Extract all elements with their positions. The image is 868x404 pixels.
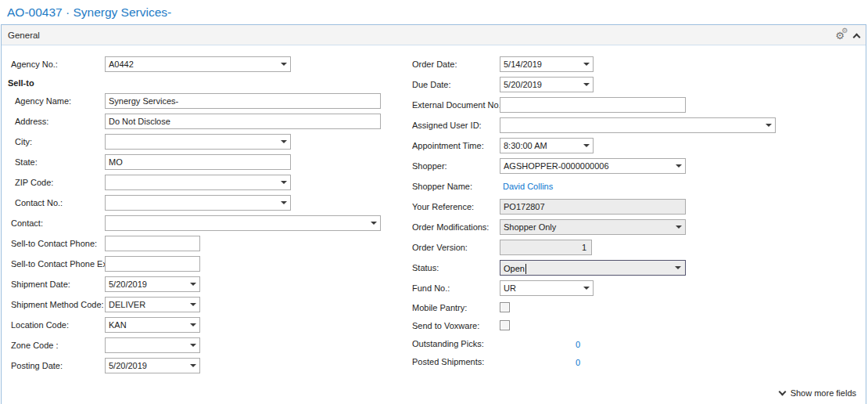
show-more-fields-label: Show more fields (791, 388, 856, 398)
contact-row: Contact: (2, 213, 408, 233)
zip-code-combobox (105, 175, 291, 190)
dropdown-arrow-icon[interactable] (766, 124, 772, 130)
appointment-time-input[interactable] (500, 138, 594, 153)
state-field (105, 154, 291, 170)
dropdown-arrow-icon[interactable] (583, 83, 590, 89)
external-document-no-input[interactable] (500, 97, 686, 113)
status-combobox[interactable]: Open (500, 260, 686, 276)
order-modifications-combobox (500, 219, 686, 235)
shipment-method-code-input[interactable] (105, 297, 200, 312)
sell-to-contact-phone-ext-input[interactable] (105, 256, 200, 272)
zip-code-input[interactable] (105, 175, 291, 190)
dropdown-arrow-icon[interactable] (676, 225, 682, 232)
shopper-name-link[interactable]: David Collins (500, 182, 553, 191)
dropdown-arrow-icon[interactable] (371, 222, 377, 228)
dropdown-arrow-icon[interactable] (281, 201, 287, 207)
appointment-time-combobox (500, 138, 594, 153)
address-row: Address: (2, 111, 408, 132)
customize-gears-icon[interactable]: ⚙⚙ (835, 31, 845, 41)
address-input[interactable] (105, 114, 381, 129)
your-reference-input (500, 199, 686, 215)
agency-name-input[interactable] (105, 93, 381, 109)
outstanding-picks-value-link[interactable]: 0 (576, 340, 580, 349)
zip-code-row: ZIP Code: (2, 172, 408, 193)
agency-name-label: Agency Name: (2, 96, 105, 106)
order-modifications-input[interactable] (500, 219, 686, 235)
right-column: Order Date: Due Date: External Document … (412, 54, 863, 370)
shopper-input[interactable] (500, 158, 686, 174)
appointment-time-label: Appointment Time: (412, 141, 500, 150)
appointment-time-row: Appointment Time: (412, 135, 863, 156)
zone-code-label: Zone Code : (2, 341, 105, 350)
order-modifications-label: Order Modifications: (412, 222, 500, 232)
your-reference-label: Your Reference: (412, 202, 500, 211)
dropdown-arrow-icon[interactable] (583, 287, 590, 293)
sell-to-contact-phone-ext-label: Sell-to Contact Phone Ext.: (2, 259, 105, 269)
due-date-combobox (500, 77, 594, 92)
shipment-method-code-label: Shipment Method Code: (2, 300, 105, 309)
state-input[interactable] (105, 154, 291, 170)
city-input[interactable] (105, 134, 291, 150)
status-row: Status: Open (412, 258, 863, 278)
dropdown-arrow-icon[interactable] (190, 283, 196, 289)
due-date-input[interactable] (500, 77, 594, 92)
order-version-field: 1 (500, 240, 592, 255)
shipment-method-code-row: Shipment Method Code: (2, 294, 408, 315)
zone-code-row: Zone Code : (2, 335, 408, 355)
assigned-user-id-input[interactable] (500, 117, 776, 133)
contact-input[interactable] (105, 215, 381, 231)
shipment-date-label: Shipment Date: (2, 280, 105, 289)
posting-date-row: Posting Date: (2, 355, 408, 376)
send-to-voxware-row: Send to Voxware: (412, 316, 863, 334)
dropdown-arrow-icon[interactable] (676, 164, 682, 171)
contact-label: Contact: (2, 218, 105, 228)
zone-code-input[interactable] (105, 337, 200, 353)
shipment-date-combobox (105, 276, 200, 292)
sell-to-contact-phone-input[interactable] (105, 236, 200, 251)
left-column: Agency No.: Sell-to Agency Name: Address… (2, 54, 408, 376)
dropdown-arrow-icon[interactable] (281, 140, 287, 146)
city-label: City: (2, 137, 105, 146)
posting-date-label: Posting Date: (2, 361, 105, 370)
zip-code-label: ZIP Code: (2, 178, 105, 187)
sell-to-contact-phone-field (105, 236, 200, 251)
dropdown-arrow-icon[interactable] (281, 181, 287, 187)
due-date-row: Due Date: (412, 74, 863, 95)
dropdown-arrow-icon[interactable] (583, 144, 590, 150)
shipment-date-input[interactable] (105, 276, 200, 292)
dropdown-arrow-icon[interactable] (190, 323, 196, 330)
page-title: AO-00437 · Synergy Services- (0, 0, 868, 23)
dropdown-arrow-icon[interactable] (190, 344, 196, 350)
dropdown-arrow-icon[interactable] (281, 63, 287, 69)
show-more-fields-button[interactable]: Show more fields (780, 388, 856, 398)
order-date-input[interactable] (500, 56, 594, 72)
contact-no-input[interactable] (105, 195, 291, 211)
sell-to-contact-phone-ext-row: Sell-to Contact Phone Ext.: (2, 254, 408, 274)
send-to-voxware-checkbox[interactable] (500, 320, 510, 330)
posted-shipments-row: Posted Shipments: 0 (412, 352, 863, 370)
posting-date-input[interactable] (105, 358, 200, 373)
fund-no-label: Fund No.: (412, 283, 500, 293)
fund-no-input[interactable] (500, 280, 594, 296)
city-combobox (105, 134, 291, 150)
mobile-pantry-checkbox[interactable] (500, 302, 510, 312)
shipment-method-code-combobox (105, 297, 200, 312)
shopper-row: Shopper: (412, 156, 863, 176)
sell-to-contact-phone-row: Sell-to Contact Phone: (2, 233, 408, 254)
collapse-section-chevron-up-icon[interactable] (853, 33, 861, 41)
location-code-input[interactable] (105, 317, 200, 333)
state-row: State: (2, 152, 408, 172)
sell-to-group-row: Sell-to (2, 74, 408, 91)
agency-no-combobox (105, 56, 291, 72)
general-fasttab: General ⚙⚙ Agency No.: Sell-to Agency Na… (1, 24, 866, 404)
agency-no-input[interactable] (105, 56, 291, 72)
dropdown-arrow-icon[interactable] (675, 266, 681, 272)
sell-to-group-label: Sell-to (2, 78, 34, 88)
dropdown-arrow-icon[interactable] (190, 303, 196, 309)
posted-shipments-value-link[interactable]: 0 (576, 358, 580, 367)
status-value: Open (500, 262, 525, 276)
dropdown-arrow-icon[interactable] (190, 364, 196, 370)
dropdown-arrow-icon[interactable] (583, 63, 590, 69)
location-code-label: Location Code: (2, 320, 105, 330)
shipment-date-row: Shipment Date: (2, 274, 408, 294)
